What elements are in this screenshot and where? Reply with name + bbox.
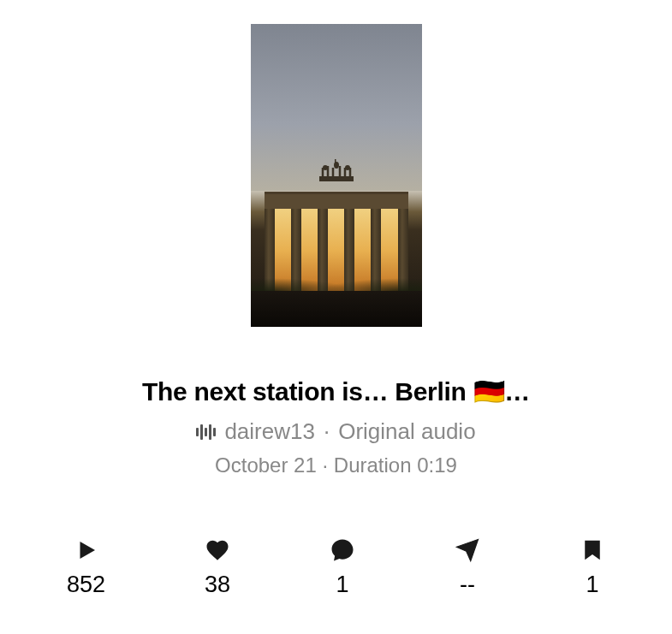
- comment-icon: [330, 537, 355, 563]
- shares-stat[interactable]: --: [455, 537, 480, 598]
- post-date: October 21: [215, 453, 317, 477]
- shares-count: --: [460, 572, 475, 598]
- comments-count: 1: [336, 572, 349, 598]
- post-duration: Duration 0:19: [334, 453, 457, 477]
- plays-stat[interactable]: 852: [67, 537, 105, 598]
- send-icon: [455, 537, 480, 563]
- svg-point-2: [334, 162, 339, 169]
- likes-count: 38: [205, 572, 230, 598]
- svg-point-3: [345, 165, 350, 170]
- date-duration-row: October 21 · Duration 0:19: [0, 453, 672, 477]
- audio-info-row[interactable]: dairew13 · Original audio: [0, 418, 672, 445]
- play-icon: [74, 537, 99, 563]
- saves-count: 1: [586, 572, 598, 598]
- username: dairew13: [224, 418, 315, 445]
- svg-rect-0: [319, 176, 354, 181]
- stats-row: 852 38 1 -- 1: [0, 537, 672, 598]
- audio-label: Original audio: [338, 418, 475, 445]
- separator: ·: [322, 453, 328, 477]
- plays-count: 852: [67, 572, 105, 598]
- post-info: The next station is… Berlin 🇩🇪… dairew13…: [0, 376, 672, 477]
- audio-wave-icon: [196, 424, 216, 440]
- separator: ·: [324, 418, 330, 445]
- heart-icon: [205, 537, 230, 563]
- comments-stat[interactable]: 1: [330, 537, 355, 598]
- svg-point-1: [323, 165, 328, 170]
- saves-stat[interactable]: 1: [580, 537, 605, 598]
- video-thumbnail[interactable]: [251, 24, 422, 327]
- likes-stat[interactable]: 38: [205, 537, 230, 598]
- post-title: The next station is… Berlin 🇩🇪…: [0, 376, 672, 406]
- bookmark-icon: [580, 537, 605, 563]
- svg-rect-4: [335, 159, 336, 165]
